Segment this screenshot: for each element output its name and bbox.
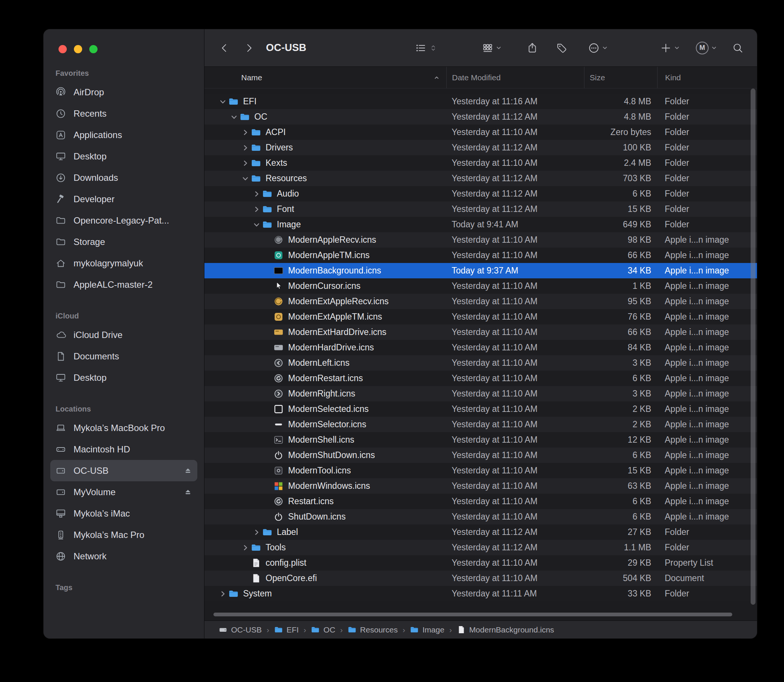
eject-button[interactable] (183, 466, 193, 476)
zoom-button[interactable] (89, 45, 97, 53)
file-row-modernselected-icns[interactable]: ModernSelected.icnsYesterday at 11:10 AM… (204, 402, 757, 417)
disclosure-down-icon[interactable] (251, 221, 262, 228)
file-row-moderncursor-icns[interactable]: ModernCursor.icnsYesterday at 11:10 AM1 … (204, 278, 757, 294)
file-row-drivers[interactable]: DriversYesterday at 11:12 AM100 KBFolder (204, 140, 757, 155)
file-row-font[interactable]: FontYesterday at 11:12 AM15 KBFolder (204, 201, 757, 217)
sidebar-item-oc-usb[interactable]: OC-USB (50, 460, 197, 481)
sidebar-item-downloads[interactable]: Downloads (50, 167, 197, 188)
eject-button[interactable] (183, 487, 193, 497)
sidebar-item-desktop[interactable]: Desktop (50, 145, 197, 167)
file-row-config-plist[interactable]: config.plistYesterday at 11:10 AM29 KBPr… (204, 555, 757, 570)
search-button[interactable] (732, 42, 744, 54)
file-row-moderntool-icns[interactable]: ModernTool.icnsYesterday at 11:10 AM15 K… (204, 463, 757, 478)
disclosure-right-icon[interactable] (251, 206, 262, 213)
breadcrumb-modernbackground-icns[interactable]: ModernBackground.icns (457, 625, 554, 634)
sidebar-item-opencore-legacy-pat[interactable]: Opencore-Legacy-Pat... (50, 210, 197, 231)
share-button[interactable] (527, 42, 538, 54)
column-header-name[interactable]: Name (204, 67, 446, 88)
file-row-modernshell-icns[interactable]: ModernShell.icnsYesterday at 11:10 AM12 … (204, 432, 757, 448)
sidebar-item-desktop[interactable]: Desktop (50, 367, 197, 388)
file-row-modernextapplerecv-icns[interactable]: ModernExtAppleRecv.icnsYesterday at 11:1… (204, 294, 757, 309)
sidebar-item-myvolume[interactable]: MyVolume (50, 481, 197, 503)
profile-button[interactable]: M (696, 41, 717, 54)
disclosure-right-icon[interactable] (251, 529, 262, 536)
sidebar-item-icloud-drive[interactable]: iCloud Drive (50, 324, 197, 346)
sidebar-item-mykola-s-imac[interactable]: Mykola’s iMac (50, 503, 197, 524)
horizontal-scrollbar-thumb[interactable] (214, 613, 732, 617)
file-row-modernbackground-icns[interactable]: ModernBackground.icnsToday at 9:37 AM34 … (204, 263, 757, 278)
breadcrumb-efi[interactable]: EFI (274, 625, 299, 634)
file-row-resources[interactable]: ResourcesYesterday at 11:12 AM703 KBFold… (204, 170, 757, 186)
more-actions-button[interactable] (588, 42, 608, 54)
file-row-system[interactable]: SystemYesterday at 11:11 AM33 KBFolder (204, 586, 757, 601)
sidebar-item-macintosh-hd[interactable]: Macintosh HD (50, 438, 197, 460)
file-row-efi[interactable]: EFIYesterday at 11:16 AM4.8 MBFolder (204, 94, 757, 109)
file-row-modernextharddrive-icns[interactable]: ModernExtHardDrive.icnsYesterday at 11:1… (204, 325, 757, 340)
sidebar-item-storage[interactable]: Storage (50, 231, 197, 252)
file-row-modernright-icns[interactable]: ModernRight.icnsYesterday at 11:10 AM3 K… (204, 386, 757, 402)
new-item-button[interactable] (660, 42, 680, 54)
file-row-modernapplerecv-icns[interactable]: ModernAppleRecv.icnsYesterday at 11:10 A… (204, 232, 757, 248)
disclosure-down-icon[interactable] (240, 175, 251, 182)
forward-button[interactable] (244, 42, 255, 54)
sidebar-item-network[interactable]: Network (50, 545, 197, 567)
file-name: Font (277, 204, 294, 214)
sidebar-item-airdrop[interactable]: AirDrop (50, 81, 197, 103)
breadcrumb-resources[interactable]: Resources (348, 625, 398, 634)
disclosure-down-icon[interactable] (217, 98, 228, 105)
sidebar-item-mykola-s-mac-pro[interactable]: Mykola’s Mac Pro (50, 524, 197, 545)
close-button[interactable] (59, 45, 67, 53)
file-row-label[interactable]: LabelYesterday at 11:12 AM27 KBFolder (204, 524, 757, 540)
sidebar-item-applications[interactable]: Applications (50, 124, 197, 145)
file-kind-cell: Apple i...n image (657, 432, 757, 448)
back-button[interactable] (219, 42, 230, 54)
vertical-scrollbar[interactable] (750, 89, 756, 605)
file-row-acpi[interactable]: ACPIYesterday at 11:10 AMZero bytesFolde… (204, 124, 757, 140)
breadcrumb-separator: › (449, 625, 452, 634)
minimize-button[interactable] (74, 45, 82, 53)
file-row-tools[interactable]: ToolsYesterday at 11:12 AM1.1 MBFolder (204, 540, 757, 555)
disclosure-right-icon[interactable] (240, 544, 251, 551)
sidebar-item-applealc-master-2[interactable]: AppleALC-master-2 (50, 274, 197, 295)
file-row-kexts[interactable]: KextsYesterday at 11:10 AM2.4 MBFolder (204, 155, 757, 170)
file-row-restart-icns[interactable]: Restart.icnsYesterday at 11:10 AM6 KBApp… (204, 494, 757, 509)
file-kind-cell: Folder (657, 186, 757, 201)
column-header-date[interactable]: Date Modified (446, 67, 584, 88)
vertical-scrollbar-thumb[interactable] (751, 89, 755, 605)
file-row-shutdown-icns[interactable]: ShutDown.icnsYesterday at 11:10 AM6 KBAp… (204, 509, 757, 524)
disclosure-right-icon[interactable] (217, 590, 228, 598)
tags-button[interactable] (556, 42, 567, 54)
breadcrumb-oc-usb[interactable]: OC-USB (219, 625, 262, 634)
view-options-button[interactable] (415, 42, 437, 54)
file-kind-cell: Apple i...n image (657, 248, 757, 263)
group-by-button[interactable] (482, 42, 502, 54)
sidebar-item-recents[interactable]: Recents (50, 103, 197, 124)
file-row-opencore-efi[interactable]: OpenCore.efiYesterday at 11:10 AM504 KBD… (204, 570, 757, 586)
file-row-image[interactable]: ImageToday at 9:41 AM649 KBFolder (204, 217, 757, 232)
file-size-cell: 6 KB (584, 509, 657, 524)
file-row-audio[interactable]: AudioYesterday at 11:12 AM6 KBFolder (204, 186, 757, 201)
breadcrumb-image[interactable]: Image (410, 625, 444, 634)
file-row-modernappletm-icns[interactable]: ModernAppleTM.icnsYesterday at 11:10 AM6… (204, 248, 757, 263)
disclosure-down-icon[interactable] (228, 113, 240, 121)
sidebar-item-documents[interactable]: Documents (50, 346, 197, 367)
column-header-kind[interactable]: Kind (657, 67, 757, 88)
breadcrumb-oc[interactable]: OC (311, 625, 335, 634)
file-row-modernharddrive-icns[interactable]: ModernHardDrive.icnsYesterday at 11:10 A… (204, 340, 757, 355)
disclosure-right-icon[interactable] (240, 144, 251, 151)
disclosure-right-icon[interactable] (240, 129, 251, 136)
file-row-modernleft-icns[interactable]: ModernLeft.icnsYesterday at 11:10 AM3 KB… (204, 355, 757, 371)
file-name-cell: ModernExtAppleRecv.icns (204, 294, 446, 309)
file-row-modernshutdown-icns[interactable]: ModernShutDown.icnsYesterday at 11:10 AM… (204, 448, 757, 463)
file-row-oc[interactable]: OCYesterday at 11:12 AM4.8 MBFolder (204, 109, 757, 124)
disclosure-right-icon[interactable] (240, 159, 251, 167)
sidebar-item-mykola-s-macbook-pro[interactable]: Mykola’s MacBook Pro (50, 417, 197, 438)
sidebar-item-mykolagrymalyuk[interactable]: mykolagrymalyuk (50, 252, 197, 274)
file-row-modernrestart-icns[interactable]: ModernRestart.icnsYesterday at 11:10 AM6… (204, 371, 757, 386)
file-row-modernextappletm-icns[interactable]: ModernExtAppleTM.icnsYesterday at 11:10 … (204, 309, 757, 325)
sidebar-item-developer[interactable]: Developer (50, 188, 197, 210)
column-header-size[interactable]: Size (584, 67, 657, 88)
file-row-modernwindows-icns[interactable]: ModernWindows.icnsYesterday at 11:10 AM6… (204, 478, 757, 494)
file-row-modernselector-icns[interactable]: ModernSelector.icnsYesterday at 11:10 AM… (204, 417, 757, 432)
disclosure-right-icon[interactable] (251, 190, 262, 198)
